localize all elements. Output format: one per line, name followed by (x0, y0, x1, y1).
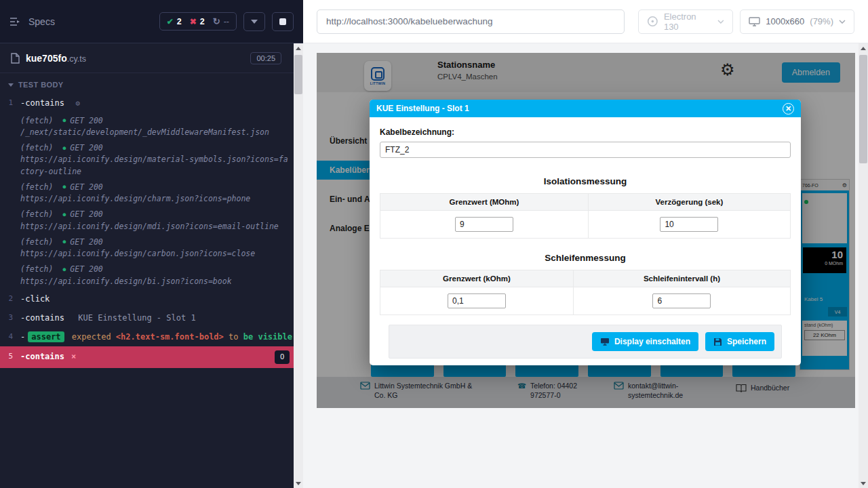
browser-label: Electron 130 (664, 12, 713, 32)
chevron-down-icon (251, 20, 258, 24)
chevron-down-icon (839, 20, 846, 24)
scrollbar-thumb[interactable] (859, 55, 867, 163)
scroll-up-icon[interactable] (859, 43, 868, 53)
grenzwert-mohm-input[interactable] (455, 217, 513, 232)
url-input[interactable] (317, 9, 625, 34)
col-schleifenintervall: Schleifenintervall (h) (573, 270, 790, 287)
collapse-button[interactable] (243, 12, 265, 31)
verzoegerung-input[interactable] (660, 217, 718, 232)
save-floppy-icon (713, 338, 722, 346)
stat-passed: ✔ 2 (167, 17, 182, 26)
main-scrollbar[interactable] (859, 43, 868, 488)
fetch-label: (fetch) (20, 182, 53, 193)
status-dot: ● (62, 266, 66, 274)
modal-footer: Display einschalten Speichern (389, 325, 782, 359)
fetch-status: GET 200 (70, 209, 102, 220)
sidebar-scrollbar[interactable] (294, 43, 303, 488)
display-einschalten-button[interactable]: Display einschalten (592, 332, 698, 351)
fetch-url: https://api.iconify.design/charm.json?ic… (20, 193, 292, 205)
cypress-reporter-sidebar: Specs ✔ 2 ✖ 2 ↻ -- kue705f (0, 0, 303, 488)
test-stats: ✔ 2 ✖ 2 ↻ -- (159, 12, 237, 30)
fetch-status: GET 200 (70, 237, 102, 248)
network-log-row[interactable]: (fetch)●GET 200 https://api.iconify.desi… (0, 235, 303, 262)
command-name: -click (20, 294, 50, 304)
status-dot: ● (62, 238, 66, 246)
browser-select[interactable]: Electron 130 (638, 9, 733, 34)
viewport-size: 1000x660 (766, 16, 804, 26)
command-row-contains-1[interactable]: 1 -contains ⚙ (0, 94, 303, 113)
check-icon: ✔ (167, 17, 174, 26)
modal-title: KUE Einstellung - Slot 1 (376, 104, 469, 113)
runner-url-bar: Electron 130 1000x660 (79%) (303, 0, 868, 43)
fetch-status: GET 200 (70, 182, 102, 193)
fetch-label: (fetch) (20, 115, 53, 127)
schleifenmessung-heading: Schleifenmessung (380, 253, 791, 263)
scroll-down-icon[interactable] (294, 479, 303, 488)
command-log: 1 -contains ⚙ (fetch)●GET 200 /_next/sta… (0, 94, 303, 368)
scroll-up-icon[interactable] (294, 43, 303, 53)
fetch-status: GET 200 (70, 115, 102, 127)
element-count-badge: 0 (275, 350, 290, 364)
scrollbar-thumb[interactable] (294, 55, 302, 94)
network-log-row[interactable]: (fetch)●GET 200 /_next/static/developmen… (0, 113, 303, 141)
stat-pending: ↻ -- (213, 16, 229, 26)
fetch-label: (fetch) (20, 264, 53, 275)
specs-menu-icon[interactable] (9, 17, 22, 26)
col-grenzwert-kohm: Grenzwert (kOhm) (380, 270, 574, 287)
stop-button[interactable] (272, 12, 294, 31)
network-log-row[interactable]: (fetch)●GET 200 https://api.iconify.desi… (0, 180, 303, 207)
command-row-contains-failed[interactable]: 5 -contains × 0 (0, 346, 303, 368)
kabelbezeichnung-input[interactable] (380, 142, 791, 158)
col-verzoegerung: Verzögerung (sek) (588, 194, 790, 211)
grenzwert-kohm-input[interactable] (448, 293, 506, 308)
fetch-url: https://api.iconify.design/bi.json?icons… (20, 276, 292, 287)
assert-badge: assert (28, 331, 64, 342)
modal-title-bar: KUE Einstellung - Slot 1 ✕ (370, 100, 801, 117)
aut-iframe: LITTWIN Stationsname CPLV4_Maschen ⚙ Abm… (317, 53, 855, 408)
status-dot: ● (62, 183, 66, 191)
command-row-contains-3[interactable]: 3 -contains KUE Einstellung - Slot 1 (0, 308, 303, 327)
network-log-row[interactable]: (fetch)●GET 200 https://api.iconify.desi… (0, 262, 303, 289)
chevron-down-icon (717, 20, 724, 24)
fetch-label: (fetch) (20, 209, 53, 220)
fetch-status: GET 200 (70, 264, 102, 275)
fetch-url: https://api.iconify.design/mdi.json?icon… (20, 221, 292, 232)
command-row-click[interactable]: 2 -click (0, 289, 303, 308)
command-name: -contains (20, 313, 64, 323)
line-number: 3 (0, 312, 20, 324)
fetch-url: /_next/static/development/_devMiddleware… (20, 127, 292, 138)
isolationsmessung-heading: Isolationsmessung (380, 176, 791, 186)
command-name: -contains (20, 98, 64, 108)
monitor-icon (749, 17, 760, 26)
kue-settings-modal: KUE Einstellung - Slot 1 ✕ Kabelbezeichn… (370, 100, 801, 365)
stop-icon (279, 18, 286, 25)
line-number: 4 (0, 331, 20, 343)
stat-failed: ✖ 2 (190, 17, 205, 26)
fetch-label: (fetch) (20, 237, 53, 248)
network-log-row[interactable]: (fetch)●GET 200 https://api.iconify.desi… (0, 207, 303, 235)
status-dot: ● (62, 211, 66, 219)
close-icon[interactable]: ✕ (783, 103, 794, 115)
command-name: -contains (20, 350, 64, 364)
line-number: 5 (0, 350, 20, 364)
fetch-url: https://api.iconify.design/carbon.json?i… (20, 248, 292, 260)
assert-selector: <h2.text-sm.font-bold> (116, 332, 224, 342)
line-number: 1 (0, 97, 20, 110)
viewport-select[interactable]: 1000x660 (79%) (740, 9, 854, 34)
speichern-button[interactable]: Speichern (705, 332, 774, 351)
command-row-assert[interactable]: 4 -assert expected <h2.text-sm.font-bold… (0, 327, 303, 346)
status-dot: ● (62, 144, 66, 152)
network-log-row[interactable]: (fetch)●GET 200 https://api.iconify.desi… (0, 140, 303, 180)
fetch-status: GET 200 (70, 142, 102, 154)
line-number: 2 (0, 293, 20, 305)
schleifenintervall-input[interactable] (652, 293, 711, 308)
spec-file-row[interactable]: kue705fo.cy.ts 00:25 (0, 43, 303, 73)
status-dot: ● (62, 117, 66, 125)
fetch-url: https://api.iconify.design/material-symb… (20, 154, 292, 178)
test-body-toggle[interactable]: TEST BODY (0, 73, 303, 94)
scroll-down-icon[interactable] (859, 479, 868, 488)
refresh-icon: ↻ (213, 16, 220, 26)
viewport-zoom: (79%) (810, 16, 833, 26)
fail-x-icon: × (71, 350, 76, 364)
reporter-header: Specs ✔ 2 ✖ 2 ↻ -- (0, 0, 303, 43)
